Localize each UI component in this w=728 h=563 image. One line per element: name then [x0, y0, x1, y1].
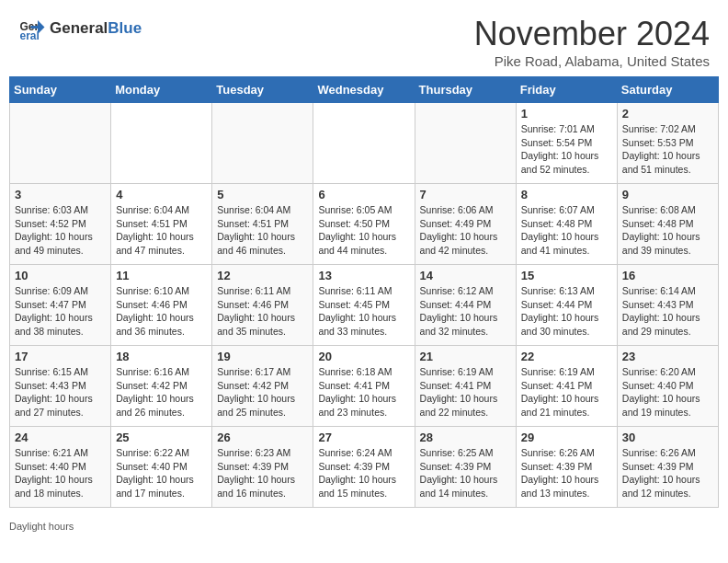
day-number: 11 [116, 269, 207, 282]
day-cell: 18Sunrise: 6:16 AM Sunset: 4:42 PM Dayli… [111, 346, 212, 427]
header-cell-monday: Monday [111, 77, 212, 103]
day-info: Sunrise: 6:19 AM Sunset: 4:41 PM Dayligh… [420, 366, 498, 418]
day-number: 12 [217, 269, 308, 282]
day-number: 7 [420, 188, 511, 201]
day-cell [212, 103, 313, 184]
day-number: 27 [318, 431, 409, 444]
day-cell: 23Sunrise: 6:20 AM Sunset: 4:40 PM Dayli… [617, 346, 718, 427]
day-info: Sunrise: 6:03 AM Sunset: 4:52 PM Dayligh… [15, 204, 93, 256]
day-cell: 12Sunrise: 6:11 AM Sunset: 4:46 PM Dayli… [212, 265, 313, 346]
day-number: 23 [622, 350, 713, 363]
day-info: Sunrise: 6:13 AM Sunset: 4:44 PM Dayligh… [521, 285, 599, 337]
day-info: Sunrise: 6:04 AM Sunset: 4:51 PM Dayligh… [116, 204, 194, 256]
day-number: 20 [318, 350, 409, 363]
day-cell: 30Sunrise: 6:26 AM Sunset: 4:39 PM Dayli… [617, 427, 718, 508]
header-cell-wednesday: Wednesday [313, 77, 415, 103]
day-cell: 22Sunrise: 6:19 AM Sunset: 4:41 PM Dayli… [516, 346, 617, 427]
day-number: 16 [622, 269, 713, 282]
day-cell: 21Sunrise: 6:19 AM Sunset: 4:41 PM Dayli… [415, 346, 516, 427]
day-cell: 25Sunrise: 6:22 AM Sunset: 4:40 PM Dayli… [111, 427, 212, 508]
day-number: 10 [15, 269, 106, 282]
day-info: Sunrise: 6:25 AM Sunset: 4:39 PM Dayligh… [420, 447, 498, 499]
day-number: 24 [15, 431, 106, 444]
day-number: 5 [217, 188, 308, 201]
week-row-1: 3Sunrise: 6:03 AM Sunset: 4:52 PM Daylig… [10, 184, 719, 265]
day-info: Sunrise: 6:17 AM Sunset: 4:42 PM Dayligh… [217, 366, 295, 418]
day-cell: 15Sunrise: 6:13 AM Sunset: 4:44 PM Dayli… [516, 265, 617, 346]
day-number: 2 [622, 107, 713, 121]
day-cell: 8Sunrise: 6:07 AM Sunset: 4:48 PM Daylig… [516, 184, 617, 265]
day-cell: 7Sunrise: 6:06 AM Sunset: 4:49 PM Daylig… [415, 184, 516, 265]
logo-icon: Gen eral [18, 15, 46, 42]
day-cell: 10Sunrise: 6:09 AM Sunset: 4:47 PM Dayli… [10, 265, 111, 346]
day-number: 17 [15, 350, 106, 363]
day-number: 14 [420, 269, 511, 282]
day-cell: 26Sunrise: 6:23 AM Sunset: 4:39 PM Dayli… [212, 427, 313, 508]
day-info: Sunrise: 6:20 AM Sunset: 4:40 PM Dayligh… [622, 366, 700, 418]
day-info: Sunrise: 6:07 AM Sunset: 4:48 PM Dayligh… [521, 204, 599, 256]
day-info: Sunrise: 6:23 AM Sunset: 4:39 PM Dayligh… [217, 447, 295, 499]
day-number: 18 [116, 350, 207, 363]
week-row-4: 24Sunrise: 6:21 AM Sunset: 4:40 PM Dayli… [10, 427, 719, 508]
header: Gen eral GeneralBlue November 2024 Pike … [0, 0, 728, 76]
day-number: 28 [420, 431, 511, 444]
header-cell-sunday: Sunday [10, 77, 111, 103]
day-cell: 17Sunrise: 6:15 AM Sunset: 4:43 PM Dayli… [10, 346, 111, 427]
day-number: 26 [217, 431, 308, 444]
day-cell: 13Sunrise: 6:11 AM Sunset: 4:45 PM Dayli… [313, 265, 415, 346]
day-cell: 20Sunrise: 6:18 AM Sunset: 4:41 PM Dayli… [313, 346, 415, 427]
header-cell-friday: Friday [516, 77, 617, 103]
header-cell-saturday: Saturday [617, 77, 718, 103]
svg-text:eral: eral [20, 29, 40, 42]
day-number: 8 [521, 188, 612, 201]
logo-general-text: General [50, 19, 108, 37]
day-number: 19 [217, 350, 308, 363]
day-info: Sunrise: 6:14 AM Sunset: 4:43 PM Dayligh… [622, 285, 700, 337]
logo-blue-text: Blue [108, 19, 142, 37]
day-number: 4 [116, 188, 207, 201]
day-cell: 19Sunrise: 6:17 AM Sunset: 4:42 PM Dayli… [212, 346, 313, 427]
day-cell: 27Sunrise: 6:24 AM Sunset: 4:39 PM Dayli… [313, 427, 415, 508]
day-info: Sunrise: 6:16 AM Sunset: 4:42 PM Dayligh… [116, 366, 194, 418]
footer-note: Daylight hours [0, 517, 728, 535]
day-info: Sunrise: 6:09 AM Sunset: 4:47 PM Dayligh… [15, 285, 93, 337]
day-cell [415, 103, 516, 184]
day-info: Sunrise: 6:26 AM Sunset: 4:39 PM Dayligh… [521, 447, 599, 499]
day-cell: 29Sunrise: 6:26 AM Sunset: 4:39 PM Dayli… [516, 427, 617, 508]
day-number: 21 [420, 350, 511, 363]
day-cell: 14Sunrise: 6:12 AM Sunset: 4:44 PM Dayli… [415, 265, 516, 346]
day-info: Sunrise: 6:10 AM Sunset: 4:46 PM Dayligh… [116, 285, 194, 337]
day-info: Sunrise: 6:19 AM Sunset: 4:41 PM Dayligh… [521, 366, 599, 418]
month-title: November 2024 [474, 15, 710, 53]
day-number: 29 [521, 431, 612, 444]
day-number: 30 [622, 431, 713, 444]
day-info: Sunrise: 6:04 AM Sunset: 4:51 PM Dayligh… [217, 204, 295, 256]
day-number: 22 [521, 350, 612, 363]
day-cell: 9Sunrise: 6:08 AM Sunset: 4:48 PM Daylig… [617, 184, 718, 265]
day-cell: 16Sunrise: 6:14 AM Sunset: 4:43 PM Dayli… [617, 265, 718, 346]
day-cell: 5Sunrise: 6:04 AM Sunset: 4:51 PM Daylig… [212, 184, 313, 265]
day-cell: 11Sunrise: 6:10 AM Sunset: 4:46 PM Dayli… [111, 265, 212, 346]
week-row-2: 10Sunrise: 6:09 AM Sunset: 4:47 PM Dayli… [10, 265, 719, 346]
day-info: Sunrise: 6:24 AM Sunset: 4:39 PM Dayligh… [318, 447, 396, 499]
day-info: Sunrise: 6:05 AM Sunset: 4:50 PM Dayligh… [318, 204, 396, 256]
day-info: Sunrise: 6:11 AM Sunset: 4:46 PM Dayligh… [217, 285, 295, 337]
day-number: 6 [318, 188, 409, 201]
day-cell: 3Sunrise: 6:03 AM Sunset: 4:52 PM Daylig… [10, 184, 111, 265]
day-info: Sunrise: 7:01 AM Sunset: 5:54 PM Dayligh… [521, 123, 599, 175]
day-cell [111, 103, 212, 184]
title-area: November 2024 Pike Road, Alabama, United… [474, 15, 710, 69]
day-info: Sunrise: 6:15 AM Sunset: 4:43 PM Dayligh… [15, 366, 93, 418]
day-number: 9 [622, 188, 713, 201]
day-info: Sunrise: 6:26 AM Sunset: 4:39 PM Dayligh… [622, 447, 700, 499]
day-cell: 1Sunrise: 7:01 AM Sunset: 5:54 PM Daylig… [516, 103, 617, 184]
day-cell: 2Sunrise: 7:02 AM Sunset: 5:53 PM Daylig… [617, 103, 718, 184]
day-info: Sunrise: 6:12 AM Sunset: 4:44 PM Dayligh… [420, 285, 498, 337]
day-info: Sunrise: 7:02 AM Sunset: 5:53 PM Dayligh… [622, 123, 700, 175]
week-row-3: 17Sunrise: 6:15 AM Sunset: 4:43 PM Dayli… [10, 346, 719, 427]
header-cell-thursday: Thursday [415, 77, 516, 103]
header-cell-tuesday: Tuesday [212, 77, 313, 103]
calendar-container: SundayMondayTuesdayWednesdayThursdayFrid… [0, 76, 728, 517]
day-info: Sunrise: 6:18 AM Sunset: 4:41 PM Dayligh… [318, 366, 396, 418]
header-row: SundayMondayTuesdayWednesdayThursdayFrid… [10, 77, 719, 103]
